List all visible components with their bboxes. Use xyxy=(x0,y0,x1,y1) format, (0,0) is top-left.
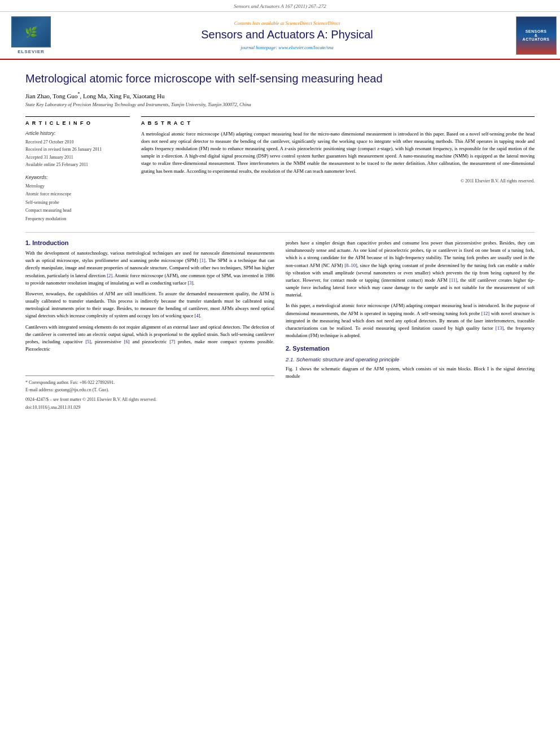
section-divider xyxy=(25,232,535,233)
ref7: [7] xyxy=(169,339,175,344)
ref2: [2] xyxy=(107,273,112,278)
abstract-col: A B S T R A C T A metrological atomic fo… xyxy=(141,116,535,223)
tree-icon: 🌿 xyxy=(25,26,37,38)
issn-note: 0924-4247/$ – see front matter © 2011 El… xyxy=(25,396,274,404)
logo-image-box: 🌿 xyxy=(11,16,51,47)
subsection21-label: Schematic structure and operating princi… xyxy=(296,356,400,362)
section2-label: Systemation xyxy=(292,345,329,352)
keyword-1: Metrology xyxy=(25,182,130,190)
sciencedirect-line: Contents lists available at ScienceDirec… xyxy=(234,20,340,26)
abstract-heading: A B S T R A C T xyxy=(141,120,535,126)
available-date: Available online 25 February 2011 xyxy=(25,161,130,169)
ref13: [13] xyxy=(496,325,504,331)
intro-para1: With the development of nanotechnology, … xyxy=(25,250,274,287)
homepage-link[interactable]: www.elsevier.com/locate/sna xyxy=(278,45,334,50)
article-info-heading: A R T I C L E I N F O xyxy=(25,120,130,126)
article-title: Metrological atomic force microscope wit… xyxy=(25,71,535,86)
intro-para3: Cantilevers with integrated sensing elem… xyxy=(25,324,274,353)
journal-title-section: Contents lists available at ScienceDirec… xyxy=(62,12,512,59)
sa-logo-text: SENSORS&ACTUATORS xyxy=(523,29,550,41)
journal-citation: Sensors and Actuators A 167 (2011) 267–2… xyxy=(234,3,326,9)
right-para1: probes have a simpler design than capaci… xyxy=(286,239,535,299)
keywords-section: Keywords: Metrology Atomic force microsc… xyxy=(25,174,130,223)
email-note: E-mail address: guotang@tju.edu.cn (T. G… xyxy=(25,387,274,394)
footer-notes: * Corresponding author. Fax: +86 022 278… xyxy=(25,375,274,409)
ref8-10: [8–10] xyxy=(344,263,357,268)
sa-logo-section: SENSORS&ACTUATORS xyxy=(512,12,560,59)
keyword-3: Self-sensing probe xyxy=(25,199,130,207)
subsection21-title: 2.1. Schematic structure and operating p… xyxy=(286,356,535,362)
ref4: [4] xyxy=(195,313,200,318)
section2-intro: Fig. 1 shows the schematic diagram of th… xyxy=(286,365,535,380)
received-revised-date: Received in revised form 26 January 2011 xyxy=(25,146,130,154)
section2-title: 2. Systemation xyxy=(286,345,535,352)
intro-para2: However, nowadays, the capabilities of A… xyxy=(25,290,274,320)
doi-note: doi:10.1016/j.sna.2011.01.029 xyxy=(25,405,274,410)
body-col-right: probes have a simpler design than capaci… xyxy=(286,239,535,410)
history-label: Article history: xyxy=(25,130,130,136)
right-para2: In this paper, a metrological atomic for… xyxy=(286,302,535,339)
article-info-abstract-section: A R T I C L E I N F O Article history: R… xyxy=(25,116,535,223)
authors-line: Jian Zhao, Tong Guo*, Long Ma, Xing Fu, … xyxy=(25,91,535,99)
body-section: 1. Introduction With the development of … xyxy=(25,239,535,410)
main-content: Metrological atomic force microscope wit… xyxy=(0,60,560,421)
abstract-box: A B S T R A C T A metrological atomic fo… xyxy=(141,116,535,184)
affiliation: State Key Laboratory of Precision Measur… xyxy=(25,102,535,107)
elsevier-logo: 🌿 ELSEVIER xyxy=(11,16,51,54)
sciencedirect-link[interactable]: ScienceDirect xyxy=(313,20,340,26)
article-info-col: A R T I C L E I N F O Article history: R… xyxy=(25,116,130,223)
section2-number: 2. xyxy=(286,345,292,352)
abstract-copyright: © 2011 Elsevier B.V. All rights reserved… xyxy=(141,178,535,184)
received-date: Received 27 October 2010 xyxy=(25,138,130,146)
sa-logo: SENSORS&ACTUATORS xyxy=(516,16,557,55)
section1-label: Introduction xyxy=(32,239,68,246)
body-col-left: 1. Introduction With the development of … xyxy=(25,239,274,410)
article-info-box: A R T I C L E I N F O Article history: R… xyxy=(25,116,130,223)
elsevier-logo-section: 🌿 ELSEVIER xyxy=(0,12,62,59)
journal-title: Sensors and Actuators A: Physical xyxy=(201,28,373,41)
abstract-text: A metrological atomic force microscope (… xyxy=(141,130,535,175)
ref12: [12] xyxy=(482,311,489,316)
keywords-list: Metrology Atomic force microscope Self-s… xyxy=(25,182,130,223)
section1-title: 1. Introduction xyxy=(25,239,274,246)
top-bar: Sensors and Actuators A 167 (2011) 267–2… xyxy=(0,0,560,12)
ref1: [1] xyxy=(200,257,205,263)
ref6: [6] xyxy=(124,339,130,344)
keyword-4: Compact measuring head xyxy=(25,207,130,215)
subsection21-number: 2.1. xyxy=(286,356,296,362)
journal-homepage: journal homepage: www.elsevier.com/locat… xyxy=(240,45,334,50)
ref5: [5] xyxy=(85,339,91,344)
corresponding-note: * Corresponding author. Fax: +86 022 278… xyxy=(25,379,274,387)
ref11: [11] xyxy=(449,277,457,283)
authors-text: Jian Zhao, Tong Guo*, Long Ma, Xing Fu, … xyxy=(25,93,165,99)
accepted-date: Accepted 31 January 2011 xyxy=(25,154,130,161)
article-dates: Received 27 October 2010 Received in rev… xyxy=(25,138,130,169)
keyword-2: Atomic force microscope xyxy=(25,190,130,198)
keywords-label: Keywords: xyxy=(25,174,130,180)
section1-number: 1. xyxy=(25,239,32,246)
keyword-5: Frequency modulation xyxy=(25,215,130,223)
ref3: [3] xyxy=(188,280,194,286)
elsevier-label: ELSEVIER xyxy=(18,49,45,54)
journal-header: 🌿 ELSEVIER Contents lists available at S… xyxy=(0,12,560,60)
